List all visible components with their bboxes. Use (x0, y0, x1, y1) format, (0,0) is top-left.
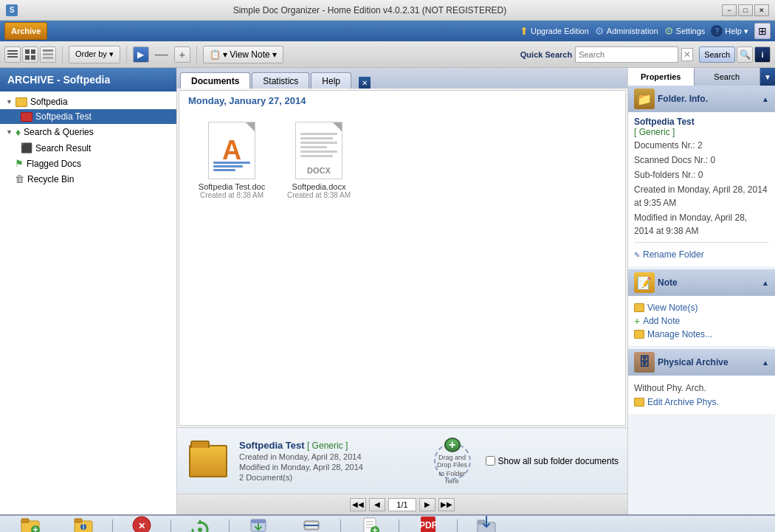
search-button[interactable]: Search (699, 46, 735, 63)
view-list-button[interactable] (4, 46, 21, 63)
view-grid-button[interactable] (22, 46, 38, 63)
word-doc-icon: A (208, 122, 255, 179)
search-result-icon: ⬛ (21, 142, 32, 153)
sidebar-item-flagged-docs[interactable]: ⚑ Flagged Docs (0, 156, 176, 171)
edit-archive-link[interactable]: Edit Archive Phys. (634, 397, 769, 407)
rp-note-collapse[interactable]: ▲ (762, 279, 769, 287)
import-scanner-button[interactable]: Import byScanner (286, 512, 337, 532)
rp-subfolders-nr: Sub-folders Nr.: 0 (634, 168, 769, 182)
prev-page-button[interactable]: ◀ (369, 498, 385, 511)
show-sub-label: Show all sub folder documents (498, 456, 619, 466)
upgrade-link[interactable]: ⬆ Upgrade Edition (520, 25, 589, 37)
rp-tab-properties[interactable]: Properties (628, 68, 695, 86)
search-input[interactable] (575, 46, 678, 63)
rp-physical-archive-collapse[interactable]: ▲ (762, 359, 769, 367)
folder-modified: Modified in Monday, April 28, 2014 (239, 463, 425, 471)
flagged-docs-icon: ⚑ (15, 158, 24, 169)
svg-rect-15 (75, 519, 82, 522)
tab-documents[interactable]: Documents (180, 72, 250, 89)
show-sub-checkbox[interactable] (486, 456, 495, 466)
add-note-link[interactable]: + Add Note (634, 315, 769, 327)
rp-close-button[interactable]: ▼ (760, 68, 775, 86)
nav-back-button[interactable]: ▶ (133, 46, 149, 63)
sidebar-label-search-queries: Search & Queries (24, 127, 94, 137)
rp-folder-name: Softpedia Test (634, 117, 769, 127)
toolbar-separator-4 (340, 519, 341, 532)
info-button[interactable]: i (754, 46, 771, 63)
folder-properties-icon: i (73, 515, 94, 532)
delete-folder-icon: ✕ (131, 515, 152, 532)
sidebar: ARCHIVE - Softpedia ▼ Softpedia Softpedi… (0, 68, 177, 514)
rp-scanned-docs: Scanned Docs Nr.: 0 (634, 153, 769, 167)
view-note-button[interactable]: 📋 ▾ View Note ▾ (203, 46, 283, 63)
sidebar-item-softpedia[interactable]: ▼ Softpedia (0, 94, 176, 109)
right-panel-tabs: Properties Search ▼ (628, 68, 775, 86)
rp-note-header: 📝 Note ▲ (628, 269, 775, 296)
zoom-in-button[interactable]: + (174, 46, 190, 63)
sidebar-label-recycle-bin: Recycle Bin (27, 174, 74, 184)
rp-folder-info-header: 📁 Folder. Info. ▲ (628, 86, 775, 112)
view-notes-icon (634, 303, 644, 312)
help-link[interactable]: ? Help ▾ (711, 25, 748, 37)
view-notes-link[interactable]: View Note(s) (634, 303, 769, 313)
administration-link[interactable]: ⚙ Administration (595, 25, 658, 37)
refresh-button[interactable]: Refresh ▾ (174, 517, 226, 533)
folder-info-section-icon: 📁 (634, 89, 655, 109)
drag-drop-zone[interactable]: + Drag and Drop Files to Folder here (434, 443, 471, 480)
svg-rect-2 (7, 56, 18, 58)
publish-pdf-icon: PDF (418, 515, 438, 532)
drag-label: Drag and Drop Files (435, 454, 469, 469)
next-page-button[interactable]: ▶ (419, 498, 435, 511)
svg-rect-11 (21, 519, 29, 522)
tab-statistics[interactable]: Statistics (252, 72, 309, 89)
big-folder-shape (189, 445, 227, 477)
import-explorer-button[interactable]: Import byExplorer (232, 512, 284, 532)
document-area: Monday, January 27, 2014 A Softpedia Tes… (179, 90, 626, 426)
folder-doc-count: 2 Document(s) (239, 473, 425, 482)
sidebar-item-search-result[interactable]: ⬛ Search Result (0, 140, 176, 156)
manage-notes-link[interactable]: Manage Notes... (634, 329, 769, 339)
svg-text:+: + (32, 525, 38, 532)
tab-close-button[interactable]: ✕ (359, 77, 371, 89)
restore-button[interactable]: □ (738, 4, 753, 16)
toolbar-separator-6 (457, 519, 458, 532)
archive-button[interactable]: Archive (4, 22, 47, 40)
publish-pdf-button[interactable]: PDF Publishto PDF (402, 512, 454, 532)
folder-properties-button[interactable]: i FolderProperties (58, 512, 109, 532)
expand-arrow-softpedia: ▼ (6, 98, 13, 106)
apps-button[interactable]: ⊞ (754, 23, 771, 39)
rp-modified-date: Modified in Monday, April 28, 2014 at 9:… (634, 211, 769, 238)
rename-folder-link[interactable]: ✎ Rename Folder (634, 249, 769, 260)
download-folder-icon (476, 515, 497, 532)
import-scanner-icon (301, 515, 322, 532)
download-folder-button[interactable]: DownloadFolder(s) ▾ (461, 512, 512, 532)
upload-area[interactable]: + Drag and Drop Files to Folder here (434, 443, 471, 480)
doc-date-word: Created at 8:38 AM (200, 191, 264, 199)
minimize-button[interactable]: − (722, 4, 737, 16)
search-clear-button[interactable]: ✕ (681, 48, 693, 61)
svg-rect-4 (31, 49, 35, 54)
document-item-docx[interactable]: DOCX Softpedia.docx Created at 8:38 AM (278, 117, 359, 204)
order-by-button[interactable]: Order by ▾ (69, 46, 120, 63)
svg-rect-3 (25, 49, 30, 54)
sidebar-item-search-queries[interactable]: ▼ ♦ Search & Queries (0, 124, 176, 140)
last-page-button[interactable]: ▶▶ (438, 498, 455, 511)
rp-physical-archive-section: 🗄 Physical Archive ▲ Without Phy. Arch. … (628, 349, 775, 414)
first-page-button[interactable]: ◀◀ (350, 498, 366, 511)
rp-folder-info-collapse[interactable]: ▲ (762, 95, 769, 103)
settings-link[interactable]: ⚙ Settings (664, 25, 706, 37)
close-button[interactable]: ✕ (754, 4, 769, 16)
sidebar-item-softpedia-test[interactable]: Softpedia Test (0, 109, 176, 124)
rp-tab-search[interactable]: Search (695, 68, 761, 86)
note-section-icon: 📝 (634, 272, 655, 293)
view-detail-button[interactable] (40, 46, 56, 63)
tab-help[interactable]: Help (311, 72, 351, 89)
search-options-button[interactable]: 🔍 (737, 46, 753, 63)
document-item-word[interactable]: A Softpedia Test.doc Created at 8:38 AM (191, 117, 272, 204)
create-subfolder-button[interactable]: + CreateSub-Folder (4, 512, 56, 532)
delete-folder-button[interactable]: ✕ DeleteFolder(s) (116, 512, 168, 532)
sidebar-item-recycle-bin[interactable]: 🗑 Recycle Bin (0, 171, 176, 187)
rp-created-date: Created in Monday, April 28, 2014 at 9:3… (634, 183, 769, 210)
content-tabs: Documents Statistics Help ✕ (177, 68, 627, 89)
add-template-button[interactable]: + AddTemplate (344, 512, 396, 532)
